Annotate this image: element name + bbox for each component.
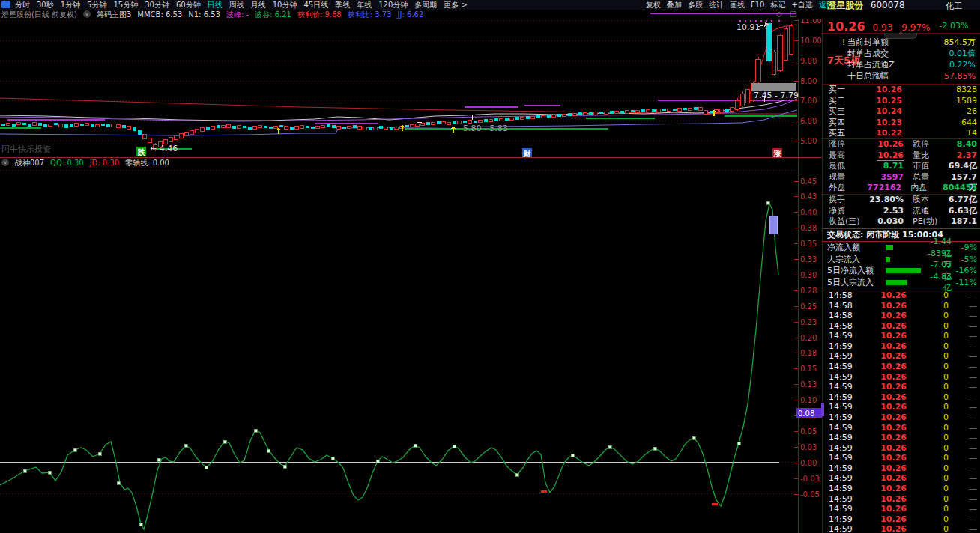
menu-period-item[interactable]: 多周期 [414, 0, 437, 10]
scrollbar-thumb[interactable] [821, 403, 824, 416]
tick-volume: 0 [907, 372, 949, 383]
tick-flag: — [949, 524, 977, 533]
menu-period-item[interactable]: 月线 [251, 0, 266, 10]
bid-row[interactable]: 买一10.268328 [823, 85, 980, 96]
window-icon[interactable]: □ [790, 10, 796, 19]
info-row: 净资2.53流通6.63亿 [823, 206, 980, 217]
tick-list[interactable]: 14:5810.260—14:5810.260—14:5810.260—14:5… [823, 290, 980, 533]
bid-volume: 26 [902, 106, 977, 118]
menu-period-item[interactable]: 45日线 [303, 0, 328, 10]
svg-text:0.00: 0.00 [800, 459, 817, 467]
info-label: 涨停 [829, 139, 859, 150]
stat-label: 封单占流通Z [847, 59, 949, 70]
tick-row: 14:5910.260— [823, 372, 980, 383]
chevron-down-icon[interactable]: v [1, 159, 9, 166]
menu-tool-item[interactable]: 标记 [770, 0, 785, 10]
menu-period-item[interactable]: 30分钟 [145, 0, 169, 10]
event-badge: 跌 [136, 147, 146, 156]
stat-prefix [842, 70, 847, 82]
menu-tool-item[interactable]: 复权 [646, 0, 661, 10]
tick-price: 10.26 [860, 473, 907, 484]
sector-name[interactable]: 化工 [931, 1, 977, 12]
info-row: 现量3597总量157.7万 [823, 172, 980, 183]
diamond-icon[interactable]: ◇ [776, 10, 782, 19]
menu-period-item[interactable]: 5分钟 [87, 0, 106, 10]
bid-row[interactable]: 买二10.251589 [823, 96, 980, 107]
menu-period-item[interactable]: 120分钟 [378, 0, 408, 10]
flow-bar [886, 277, 923, 289]
menu-period-item[interactable]: 日线 [208, 0, 223, 10]
menu-period-item[interactable]: 30秒 [37, 0, 54, 10]
tick-price: 10.26 [860, 484, 907, 494]
menu-period-item[interactable]: 季线 [335, 0, 350, 10]
menu-tool-item[interactable]: 画线 [730, 0, 745, 10]
info-value: 772162 [858, 183, 901, 194]
bid-price: 10.23 [854, 118, 902, 129]
svg-text:0.38: 0.38 [800, 224, 817, 232]
info-value: 23.80% [868, 195, 904, 206]
menu-tool-item[interactable]: 叠加 [667, 0, 682, 10]
svg-text:涨: 涨 [774, 150, 782, 158]
header-token: 波谷: 6.21 [255, 10, 291, 19]
svg-text:6.00: 6.00 [800, 117, 817, 125]
tick-flag: — [949, 331, 977, 341]
tick-flag: — [949, 382, 977, 392]
bid-price: 10.24 [854, 106, 902, 118]
app-icon[interactable] [1, 1, 10, 8]
bid-row[interactable]: 买四10.23644 [823, 118, 980, 129]
header-token: 获利比: 3.73 [348, 10, 392, 19]
flow-label: 净流入额 [827, 242, 886, 254]
menu-period-item[interactable]: 1分钟 [61, 0, 80, 10]
peak-level-line [650, 13, 796, 14]
menu-tool-item[interactable]: F10 [751, 0, 764, 10]
menu-tool-item[interactable]: +自选 [791, 0, 812, 10]
tick-price: 10.26 [860, 311, 907, 321]
menu-period-item[interactable]: 分时 [15, 0, 30, 10]
info-row: 换手23.80%股本6.77亿 [823, 195, 980, 206]
stock-code: 600078 [871, 0, 905, 10]
tick-price: 10.26 [860, 382, 907, 392]
bid-label: 买一 [829, 85, 854, 96]
ma-lines [0, 25, 797, 135]
bid-volume: 1589 [902, 96, 977, 107]
menu-period-item[interactable]: 10分钟 [273, 0, 297, 10]
bid-row[interactable]: 买三10.2426 [823, 106, 980, 118]
quote-panel: 10.26 0.93 9.97% ^ 7天5板 !当前封单额854.5万封单占成… [823, 19, 980, 533]
info-label: 股本 [913, 195, 946, 206]
curve-markers [23, 201, 769, 526]
tick-volume: 0 [907, 321, 949, 332]
menu-tool-item[interactable]: 多股 [688, 0, 703, 10]
svg-text:10.00: 10.00 [800, 37, 822, 45]
tick-flag: — [949, 362, 977, 372]
tick-flag: — [949, 311, 977, 321]
chevron-down-icon[interactable]: v [83, 10, 91, 18]
tick-row: 14:5910.260— [823, 504, 980, 514]
tick-time: 14:59 [823, 402, 860, 412]
svg-text:0.28: 0.28 [800, 287, 817, 295]
menu-tool-item[interactable]: 统计 [709, 0, 724, 10]
menu-period-item[interactable]: 60分钟 [176, 0, 201, 10]
indicator-chart[interactable]: 0.450.430.400.380.350.330.300.280.250.23… [0, 168, 822, 533]
tick-volume: 0 [907, 514, 949, 525]
svg-text:0.18: 0.18 [800, 349, 817, 357]
main-candlestick-chart[interactable]: 7.45 - 7.795.80 - 5.8310.91跌财涨← 4.46阿牛快乐… [0, 19, 822, 157]
menu-period-item[interactable]: 年线 [357, 0, 372, 10]
info-label: 现量 [829, 172, 859, 183]
trade-status: 交易状态: 闭市阶段 15:00:04 [823, 229, 980, 241]
bid-row[interactable]: 买五10.2214 [823, 128, 980, 139]
watermark: 阿牛快乐投资 [1, 144, 51, 154]
info-value: 2.37 [946, 150, 977, 162]
tick-volume: 0 [907, 484, 949, 494]
chip-range-label: 5.80 - 5.83 [463, 124, 508, 133]
tick-row: 14:5910.260— [823, 382, 980, 392]
tick-volume: 0 [907, 423, 949, 433]
stat-label: 封单占成交 [847, 48, 949, 59]
flow-row: 5日大宗流入-4.83亿-11% [823, 277, 980, 289]
tick-price: 10.26 [860, 392, 907, 403]
menu-period-item[interactable]: 更多 > [444, 0, 468, 10]
stat-prefix [842, 48, 847, 59]
menu-period-item[interactable]: 15分钟 [113, 0, 138, 10]
tick-row: 14:5910.260— [823, 453, 980, 463]
svg-text:0.05: 0.05 [800, 427, 817, 436]
menu-period-item[interactable]: 周线 [229, 0, 244, 10]
